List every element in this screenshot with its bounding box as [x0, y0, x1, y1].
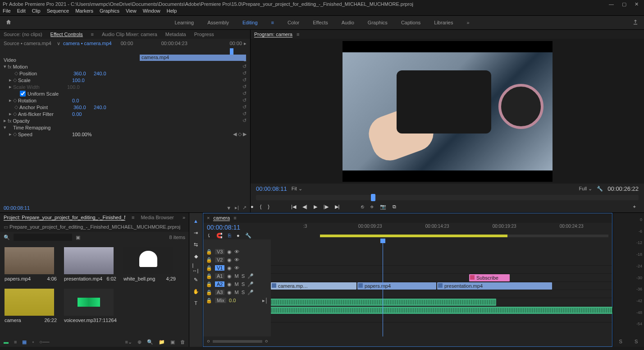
track-header-a1[interactable]: 🔒A1◉MS🎤 [203, 272, 271, 280]
ec-anchor-y[interactable]: 240.0 [94, 105, 114, 110]
tab-progress[interactable]: Progress [194, 32, 214, 37]
lock-icon[interactable]: 🔒 [206, 265, 212, 271]
mic-icon[interactable]: 🎤 [247, 281, 254, 287]
find-icon[interactable]: 🔍 [147, 339, 153, 345]
razor-tool[interactable]: ◆ [192, 253, 200, 260]
workspace-menu-icon[interactable]: ≡ [271, 20, 274, 25]
disclosure-icon[interactable]: ▸ [4, 118, 6, 124]
comparison-button[interactable]: ⧉ [393, 204, 396, 210]
lift-button[interactable]: ⎋ [361, 204, 364, 210]
reset-icon[interactable]: ↺ [242, 91, 247, 97]
program-scrub-bar[interactable] [256, 195, 639, 200]
lock-icon[interactable]: 🔒 [206, 281, 212, 287]
disclosure-icon[interactable]: ▸ [9, 111, 12, 117]
ec-position-x[interactable]: 360.0 [73, 71, 94, 76]
new-bin-icon[interactable]: ▣ [76, 235, 80, 240]
home-icon[interactable] [0, 19, 17, 26]
freeform-view-icon[interactable]: ▫ [32, 339, 34, 345]
new-item-icon[interactable]: ▬ [4, 339, 9, 345]
expand-icon[interactable]: ▸│ [262, 298, 268, 304]
keyframe-icon[interactable]: ◇ [14, 104, 18, 110]
reset-icon[interactable]: ↺ [242, 104, 247, 110]
ec-rotation-value[interactable]: 0.0 [72, 98, 92, 103]
play-button[interactable]: ▶ [314, 204, 317, 210]
track-header-a2[interactable]: 🔒A2◉MS🎤 [203, 280, 271, 288]
lock-icon[interactable]: 🔒 [206, 298, 212, 304]
track-header-v1[interactable]: 🔒V1◉👁 [203, 264, 271, 272]
step-back-button[interactable]: ◀| [302, 204, 307, 210]
ec-speed-value[interactable]: 100.00% [72, 132, 91, 137]
icon-view-icon[interactable]: ▦ [22, 339, 27, 345]
extract-button[interactable]: ⎆ [370, 204, 374, 210]
workspace-color[interactable]: Color [288, 20, 299, 25]
menu-sequence[interactable]: Sequence [47, 8, 69, 15]
menu-help[interactable]: Help [167, 8, 177, 15]
keyframe-icon[interactable]: ◇ [13, 97, 17, 103]
zoom-slider[interactable]: ○── [39, 339, 49, 345]
track-header-v2[interactable]: 🔒V2◉👁 [203, 256, 271, 264]
clip-audio-a2[interactable] [271, 299, 496, 306]
disclosure-icon[interactable]: ▸ [9, 77, 12, 83]
timeline-zoom-slider[interactable] [213, 340, 262, 343]
workspace-overflow-icon[interactable]: » [466, 20, 469, 25]
keyframe-icon[interactable]: ◇ [13, 77, 17, 83]
step-forward-button[interactable]: |▶ [324, 204, 329, 210]
ec-anchor-x[interactable]: 360.0 [73, 105, 94, 110]
bin-item[interactable]: papers.mp44:06 [5, 247, 57, 281]
search-icon[interactable]: 🔍 [4, 235, 10, 240]
disclosure-icon[interactable]: ▾ [4, 64, 6, 69]
timeline-playhead-head[interactable] [380, 239, 385, 243]
reset-icon[interactable]: ↺ [242, 77, 247, 83]
menu-window[interactable]: Window [143, 8, 160, 15]
selection-tool[interactable]: ▲ [192, 217, 200, 225]
ec-antiflicker-value[interactable]: 0.00 [72, 111, 92, 117]
slip-tool[interactable]: |↔| [192, 264, 200, 272]
bin-item[interactable]: presentation.mp46:02 [64, 247, 116, 281]
solo-left-button[interactable]: S [619, 339, 622, 344]
goto-out-button[interactable]: ▶| [335, 204, 340, 210]
sort-icon[interactable]: ≡⌄ [125, 339, 132, 345]
ec-options-icon[interactable]: ▸| [235, 205, 239, 211]
linked-selection-icon[interactable]: ⎘ [228, 233, 231, 239]
settings-icon[interactable]: 🔧 [245, 233, 251, 239]
disclosure-icon[interactable]: ▸ [9, 97, 12, 103]
tab-audio-mixer[interactable]: Audio Clip Mixer: camera [102, 32, 157, 37]
type-tool[interactable]: T [192, 299, 200, 307]
insert-icon[interactable]: ⤹ [207, 233, 211, 239]
mark-in-button[interactable]: { [260, 204, 262, 210]
eye-icon[interactable]: 👁 [234, 257, 239, 262]
workspace-graphics[interactable]: Graphics [368, 20, 388, 25]
menu-graphics[interactable]: Graphics [100, 8, 119, 15]
fx-icon[interactable]: fx [8, 64, 12, 69]
tab-project[interactable]: Project: Prepare_your_project_for_editin… [4, 215, 125, 221]
panel-overflow-icon[interactable]: » [183, 215, 185, 221]
zoom-out-icon[interactable]: ○ [207, 338, 210, 345]
reset-icon[interactable]: ↺ [242, 84, 247, 90]
reset-icon[interactable]: ↺ [242, 118, 247, 124]
timeline-timecode[interactable]: 00:00:08:11 [207, 224, 240, 231]
reset-icon[interactable]: ↺ [242, 97, 247, 103]
bin-item[interactable]: camera26:22 [5, 289, 57, 323]
clip-subscribe[interactable]: Subscribe [469, 274, 510, 281]
maximize-icon[interactable]: ▢ [622, 1, 626, 7]
mic-icon[interactable]: 🎤 [247, 290, 254, 295]
wrench-icon[interactable]: 🔧 [597, 186, 603, 192]
ec-scale-value[interactable]: 100.0 [72, 78, 92, 83]
lock-icon[interactable]: 🔒 [206, 257, 212, 263]
filter-icon[interactable]: ▼ [226, 205, 231, 211]
program-preview[interactable] [251, 39, 644, 184]
lock-icon[interactable]: 🔒 [206, 249, 212, 255]
ec-timecode[interactable]: 00:00:08:11 [4, 205, 30, 211]
workspace-effects[interactable]: Effects [313, 20, 328, 25]
bin-item[interactable]: white_bell.png4;29 [123, 247, 176, 281]
track-header-v3[interactable]: 🔒V3◉👁 [203, 248, 271, 256]
workspace-assembly[interactable]: Assembly [207, 20, 229, 25]
lock-icon[interactable]: 🔒 [206, 273, 212, 279]
workspace-libraries[interactable]: Libraries [434, 20, 453, 25]
delete-icon[interactable]: 🗑 [180, 339, 185, 345]
keyframe-icon[interactable]: ◇ [14, 70, 18, 76]
ec-export-icon[interactable]: ↗ [242, 205, 247, 211]
pen-tool[interactable]: ✎ [192, 276, 200, 283]
program-playhead[interactable] [371, 194, 375, 201]
close-icon[interactable]: ✕ [635, 1, 639, 7]
